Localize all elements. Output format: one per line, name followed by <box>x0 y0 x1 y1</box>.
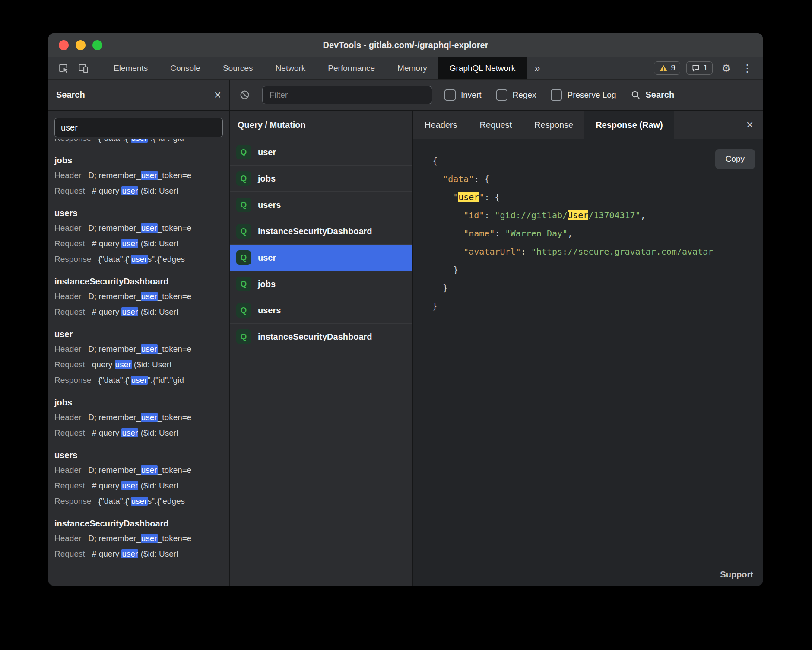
toolbar-checkboxes: InvertRegexPreserve Log <box>444 89 616 101</box>
device-toolbar-icon[interactable] <box>73 57 93 79</box>
query-list: QuserQjobsQusersQinstanceSecurityDashboa… <box>230 139 412 350</box>
query-list-item-users[interactable]: Qusers <box>230 192 412 218</box>
copy-button[interactable]: Copy <box>715 149 755 169</box>
detail-pane: HeadersRequestResponseResponse (Raw) × C… <box>413 111 763 586</box>
search-match-highlight: user <box>121 239 138 248</box>
close-search-panel-icon[interactable]: × <box>214 89 221 101</box>
search-result-kind: Header <box>54 344 81 354</box>
devtools-tab-network[interactable]: Network <box>264 57 317 79</box>
devtools-window: DevTools - gitlab.com/-/graphql-explorer… <box>48 33 763 586</box>
search-match-highlight: user <box>131 376 148 385</box>
search-result-line[interactable]: Response{"data":{"users":{"edges <box>54 494 223 509</box>
search-group-title: instanceSecurityDashboard <box>54 277 223 287</box>
titlebar[interactable]: DevTools - gitlab.com/-/graphql-explorer <box>48 33 763 57</box>
json-token: } <box>443 283 448 293</box>
search-result-line[interactable]: HeaderD; remember_user_token=e <box>54 410 223 425</box>
devtools-tab-graphql-network[interactable]: GraphQL Network <box>438 57 527 79</box>
search-result-text: ($id: UserI <box>138 186 178 195</box>
inspect-element-icon[interactable] <box>54 57 73 79</box>
search-result-line[interactable]: Request# query user ($id: UserI <box>54 425 223 441</box>
search-result-line[interactable]: HeaderD; remember_user_token=e <box>54 289 223 304</box>
search-result-line[interactable]: HeaderD; remember_user_token=e <box>54 531 223 546</box>
issues-badge[interactable]: 1 <box>686 61 713 75</box>
search-result-text: D; remember_ <box>88 171 140 180</box>
devtools-tab-performance[interactable]: Performance <box>317 57 386 79</box>
devtools-tab-memory[interactable]: Memory <box>386 57 438 79</box>
search-result-text: ($id: UserI <box>138 239 178 248</box>
search-result-text: _token=e <box>158 223 192 233</box>
toolbar-divider <box>98 62 98 74</box>
search-result-line[interactable]: Request# query user ($id: UserI <box>54 304 223 320</box>
search-result-group: jobsHeaderD; remember_user_token=eReques… <box>54 156 223 199</box>
filter-input[interactable] <box>262 86 432 104</box>
raw-json-view: { "data": { "user": { "id": "gid://gitla… <box>432 152 763 315</box>
search-result-kind: Response <box>54 376 92 385</box>
message-bubble-icon <box>691 64 700 73</box>
search-result-text: # query <box>92 239 122 248</box>
checkbox-box-icon[interactable] <box>551 89 562 101</box>
search-result-line[interactable]: Request# query user ($id: UserI <box>54 236 223 252</box>
search-result-text: D; remember_ <box>88 413 140 422</box>
search-result-text: D; remember_ <box>88 534 140 543</box>
checkbox-label: Regex <box>513 90 536 100</box>
query-type-icon: Q <box>236 329 251 344</box>
search-result-line[interactable]: Response{"data":{"users":{"edges <box>54 252 223 267</box>
search-result-line[interactable]: Requestquery user ($id: UserI <box>54 357 223 373</box>
devtools-tab-console[interactable]: Console <box>159 57 212 79</box>
detail-tab-headers[interactable]: Headers <box>413 111 469 139</box>
query-list-item-users[interactable]: Qusers <box>230 297 412 324</box>
search-match-highlight: user <box>141 223 158 233</box>
json-token: " <box>453 192 458 202</box>
warnings-badge[interactable]: 9 <box>654 61 680 75</box>
search-result-kind: Header <box>54 292 81 301</box>
search-result-text: {"data":{" <box>98 497 131 506</box>
search-results: Response{"data":{"user":{"id":"gidjobsHe… <box>48 138 229 586</box>
detail-tab-response[interactable]: Response <box>523 111 584 139</box>
search-result-line[interactable]: HeaderD; remember_user_token=e <box>54 462 223 478</box>
detail-tab-request[interactable]: Request <box>469 111 523 139</box>
checkbox-preserve-log[interactable]: Preserve Log <box>551 89 616 101</box>
checkbox-box-icon[interactable] <box>496 89 508 101</box>
json-token: { <box>432 156 438 166</box>
checkbox-box-icon[interactable] <box>444 89 456 101</box>
checkbox-invert[interactable]: Invert <box>444 89 482 101</box>
query-type-icon: Q <box>236 250 251 265</box>
kebab-menu-icon[interactable]: ⋮ <box>739 63 755 73</box>
toolbar-search-button[interactable]: Search <box>631 90 674 100</box>
query-list-item-user[interactable]: Quser <box>230 245 412 271</box>
clear-requests-icon[interactable] <box>239 89 250 100</box>
search-result-line[interactable]: Response{"data":{"user":{"id":"gid <box>54 373 223 388</box>
search-result-line[interactable]: Request# query user ($id: UserI <box>54 546 223 562</box>
close-window-button[interactable] <box>59 40 69 50</box>
query-name: jobs <box>258 279 276 289</box>
search-result-line[interactable]: HeaderD; remember_user_token=e <box>54 168 223 183</box>
search-result-line[interactable]: HeaderD; remember_user_token=e <box>54 220 223 236</box>
support-link[interactable]: Support <box>720 570 753 580</box>
search-match-highlight: user <box>141 171 158 180</box>
query-list-item-instancesecuritydashboard[interactable]: QinstanceSecurityDashboard <box>230 324 412 350</box>
query-list-item-jobs[interactable]: Qjobs <box>230 271 412 297</box>
search-result-kind: Request <box>54 307 85 316</box>
devtools-tab-sources[interactable]: Sources <box>212 57 264 79</box>
detail-tab-response-raw[interactable]: Response (Raw) <box>584 111 674 139</box>
query-list-item-instancesecuritydashboard[interactable]: QinstanceSecurityDashboard <box>230 218 412 245</box>
json-token: : <box>521 246 531 257</box>
json-line: "user": { <box>432 188 763 206</box>
minimize-window-button[interactable] <box>76 40 86 50</box>
search-result-line[interactable]: Response{"data":{"user":{"id":"gid <box>54 139 223 146</box>
close-detail-icon[interactable]: × <box>737 111 763 139</box>
devtools-tabbar: ElementsConsoleSourcesNetworkPerformance… <box>48 57 763 79</box>
devtools-tab-elements[interactable]: Elements <box>102 57 159 79</box>
query-list-item-jobs[interactable]: Qjobs <box>230 166 412 192</box>
search-result-line[interactable]: HeaderD; remember_user_token=e <box>54 341 223 357</box>
more-tabs-icon[interactable]: » <box>527 57 548 79</box>
zoom-window-button[interactable] <box>92 40 102 50</box>
search-result-line[interactable]: Request# query user ($id: UserI <box>54 183 223 199</box>
search-input[interactable] <box>54 118 223 137</box>
query-list-item-user[interactable]: Quser <box>230 139 412 166</box>
search-icon <box>631 90 641 100</box>
settings-gear-icon[interactable]: ⚙ <box>719 63 733 73</box>
search-result-line[interactable]: Request# query user ($id: UserI <box>54 478 223 494</box>
checkbox-regex[interactable]: Regex <box>496 89 536 101</box>
window-title: DevTools - gitlab.com/-/graphql-explorer <box>323 40 488 50</box>
